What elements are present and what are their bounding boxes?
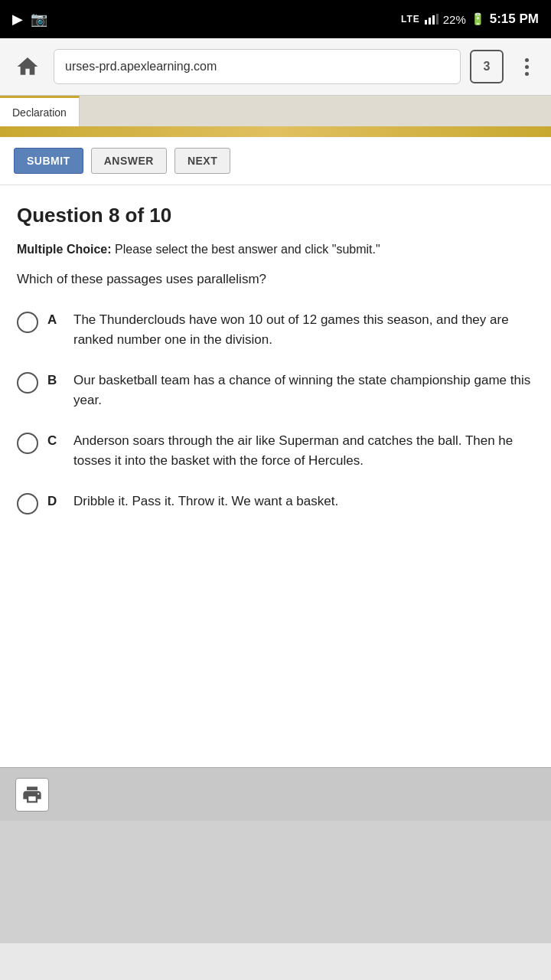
question-type-instruction: Please select the best answer and click … — [112, 243, 380, 256]
play-icon: ▶ — [12, 11, 23, 28]
question-type-label: Multiple Choice: — [17, 243, 112, 256]
image-icon: 📷 — [31, 11, 47, 28]
radio-d[interactable] — [17, 493, 38, 514]
status-bar-left: ▶ 📷 — [12, 11, 47, 28]
battery-icon: 🔋 — [471, 12, 485, 26]
option-b-letter: B — [47, 373, 64, 388]
home-button[interactable] — [11, 50, 44, 83]
home-icon — [15, 54, 40, 79]
time-display: 5:15 PM — [490, 11, 539, 27]
radio-c[interactable] — [17, 433, 38, 454]
answer-button[interactable]: ANSWER — [91, 148, 167, 174]
option-c-text: Anderson soars through the air like Supe… — [73, 431, 534, 470]
option-d-letter: D — [47, 494, 64, 509]
menu-dot-1 — [525, 58, 529, 62]
svg-rect-3 — [436, 14, 439, 24]
radio-b[interactable] — [17, 372, 38, 394]
toolbar: SUBMIT ANSWER NEXT — [0, 137, 551, 185]
svg-rect-0 — [425, 20, 427, 24]
signal-icon — [425, 14, 439, 24]
tab-strip: Declaration — [0, 96, 551, 126]
option-d[interactable]: D Dribble it. Pass it. Throw it. We want… — [17, 492, 534, 514]
option-b[interactable]: B Our basketball team has a chance of wi… — [17, 371, 534, 410]
status-right: LTE 22% 🔋 5:15 PM — [401, 11, 539, 27]
svg-rect-1 — [429, 18, 431, 24]
option-a-text: The Thunderclouds have won 10 out of 12 … — [73, 310, 534, 349]
submit-button[interactable]: SUBMIT — [14, 148, 83, 174]
option-d-text: Dribble it. Pass it. Throw it. We want a… — [73, 492, 534, 511]
tab-label: Declaration — [12, 106, 67, 119]
radio-a[interactable] — [17, 312, 38, 333]
menu-dot-2 — [525, 65, 529, 69]
url-bar[interactable]: urses-prd.apexlearning.com — [54, 49, 461, 84]
battery-percent: 22% — [443, 13, 466, 26]
bottom-bar — [0, 767, 551, 821]
next-button[interactable]: NEXT — [174, 148, 230, 174]
question-text: Which of these passages uses parallelism… — [17, 270, 534, 289]
tab-declaration[interactable]: Declaration — [0, 96, 80, 126]
browser-bar: urses-prd.apexlearning.com 3 — [0, 38, 551, 96]
option-b-text: Our basketball team has a chance of winn… — [73, 371, 534, 410]
content-area: Question 8 of 10 Multiple Choice: Please… — [0, 185, 551, 767]
question-title: Question 8 of 10 — [17, 204, 534, 227]
tab-count-button[interactable]: 3 — [470, 50, 504, 83]
option-c[interactable]: C Anderson soars through the air like Su… — [17, 431, 534, 470]
accent-bar — [0, 126, 551, 137]
status-bar: ▶ 📷 LTE 22% 🔋 5:15 PM — [0, 0, 551, 38]
lte-label: LTE — [401, 14, 420, 24]
option-c-letter: C — [47, 433, 64, 449]
option-a[interactable]: A The Thunderclouds have won 10 out of 1… — [17, 310, 534, 349]
question-type: Multiple Choice: Please select the best … — [17, 241, 534, 258]
browser-menu-button[interactable] — [513, 50, 540, 83]
below-fold — [0, 821, 551, 943]
url-text: urses-prd.apexlearning.com — [65, 60, 217, 74]
print-icon — [21, 784, 43, 805]
svg-rect-2 — [432, 15, 435, 24]
tab-count-label: 3 — [484, 60, 491, 74]
option-a-letter: A — [47, 312, 64, 328]
print-button[interactable] — [15, 778, 49, 812]
menu-dot-3 — [525, 72, 529, 76]
